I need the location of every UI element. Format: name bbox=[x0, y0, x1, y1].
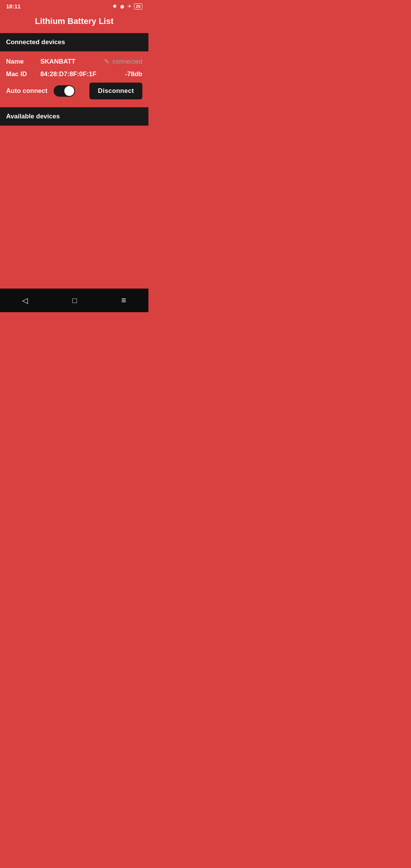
back-icon bbox=[22, 295, 28, 305]
available-devices-section: Available devices bbox=[0, 107, 148, 289]
disconnect-button[interactable]: Disconnect bbox=[89, 83, 142, 99]
mac-row: Mac ID 84:28:D7:8F:0F:1F -78db bbox=[6, 70, 142, 78]
status-area: ✎ connected bbox=[104, 57, 142, 66]
menu-button[interactable] bbox=[114, 294, 134, 307]
mac-value: 84:28:D7:8F:0F:1F bbox=[40, 70, 125, 78]
toggle-track[interactable] bbox=[54, 85, 75, 97]
back-button[interactable] bbox=[14, 294, 35, 307]
device-name-value: SKANBATT bbox=[40, 58, 104, 65]
status-icons: ✱ ⏰ ✈ 29 bbox=[113, 3, 142, 10]
alarm-icon: ⏰ bbox=[119, 3, 125, 9]
home-button[interactable] bbox=[65, 294, 84, 307]
auto-connect-row: Auto connect Disconnect bbox=[6, 83, 142, 99]
status-time: 18:11 bbox=[6, 3, 21, 10]
name-label: Name bbox=[6, 58, 40, 65]
battery-indicator: 29 bbox=[134, 3, 142, 10]
auto-connect-label: Auto connect bbox=[6, 87, 48, 95]
connected-device-card: Name SKANBATT ✎ connected Mac ID 84:28:D… bbox=[0, 51, 148, 107]
home-icon bbox=[72, 295, 77, 305]
edit-icon[interactable]: ✎ bbox=[104, 57, 110, 66]
toggle-thumb bbox=[64, 86, 74, 96]
navigation-bar bbox=[0, 289, 148, 312]
status-bar: 18:11 ✱ ⏰ ✈ 29 bbox=[0, 0, 148, 11]
airplane-icon: ✈ bbox=[127, 3, 132, 9]
available-devices-header: Available devices bbox=[0, 107, 148, 126]
bluetooth-icon: ✱ bbox=[113, 3, 117, 9]
name-row: Name SKANBATT ✎ connected bbox=[6, 57, 142, 66]
available-devices-list bbox=[0, 126, 148, 289]
menu-icon bbox=[121, 295, 126, 305]
mac-label: Mac ID bbox=[6, 70, 40, 78]
auto-connect-toggle[interactable] bbox=[54, 85, 75, 97]
connected-devices-header: Connected devices bbox=[0, 33, 148, 51]
connection-status: connected bbox=[113, 58, 142, 65]
signal-strength: -78db bbox=[125, 70, 142, 78]
page-title: Lithium Battery List bbox=[0, 11, 148, 33]
